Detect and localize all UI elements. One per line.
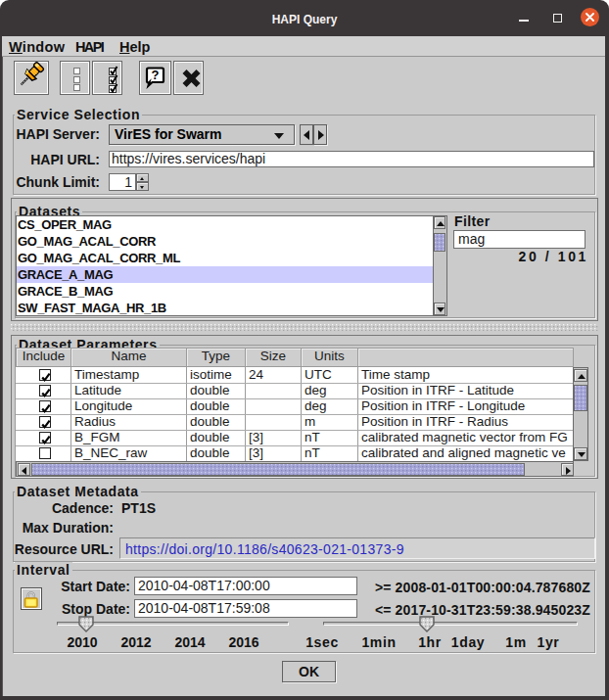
svg-text:?: ? — [152, 68, 160, 82]
